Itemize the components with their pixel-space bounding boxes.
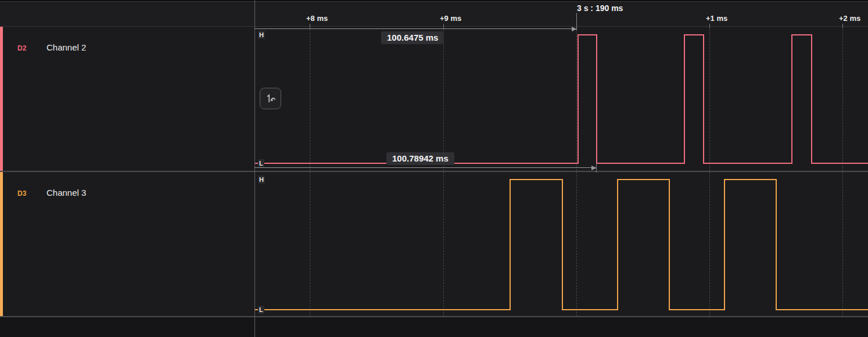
measurement-arrowhead [572,27,577,31]
logic-analyzer-app: D2 Channel 2 D3 Channel 3 HLHL 3 s : 190… [0,0,868,337]
gridline [443,27,444,316]
timeline-tick-label: +9 ms [440,14,461,23]
channel-color-strip [0,27,3,171]
logic-level-label: L [258,306,264,314]
measurement-value-label[interactable]: 100.78942 ms [386,152,454,165]
measurement-end-tick [596,162,597,173]
channel-row-d3[interactable]: D3 Channel 3 [0,172,868,316]
bottom-strip [0,317,868,337]
undo-zoom-button[interactable] [260,88,281,109]
gridline [310,27,310,316]
timeline-tick-label: +8 ms [306,14,328,23]
timeline-ruler[interactable]: 3 s : 190 ms +8 ms +9 ms +1 ms +2 ms [0,0,868,26]
timeline-tick [443,24,444,28]
gridline [709,27,710,316]
measurement-arrow [254,28,572,29]
timeline-tick [310,24,310,28]
timeline-tick [842,24,843,28]
gridline [842,27,843,316]
timeline-tick [709,24,710,28]
logic-level-label: H [258,175,265,184]
channel-id-badge: D2 [17,44,26,52]
sidebar-divider[interactable] [254,0,255,337]
undo-zoom-icon [264,92,277,105]
row-separator [0,171,868,172]
channel-name-label[interactable]: Channel 3 [46,188,86,198]
header-border [0,26,868,27]
channel-color-strip [0,172,3,316]
measurement-value-label[interactable]: 100.6475 ms [381,31,444,44]
gridline [576,27,577,316]
timeline-tick-label: +2 ms [839,14,860,23]
logic-level-label: H [258,31,265,39]
timeline-major-marker: 3 s : 190 ms [577,3,623,13]
measurement-arrow [254,167,592,168]
logic-level-label: L [258,159,264,167]
channel-row-d2[interactable]: D2 Channel 2 [0,27,868,171]
channel-id-badge: D3 [17,189,26,198]
timeline-tick-label: +1 ms [706,14,727,23]
channel-name-label[interactable]: Channel 2 [46,42,86,52]
